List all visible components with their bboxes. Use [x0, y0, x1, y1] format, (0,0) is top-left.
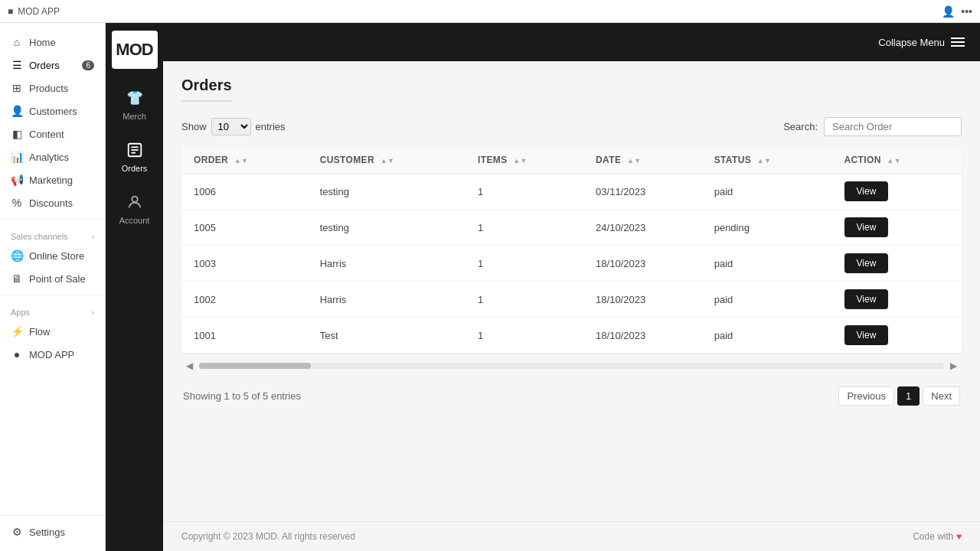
sidebar-item-flow[interactable]: ⚡ Flow	[0, 320, 105, 343]
search-input[interactable]	[824, 117, 962, 136]
sidebar-item-analytics[interactable]: 📊 Analytics	[0, 145, 105, 168]
sales-channels-arrow: ›	[92, 233, 94, 241]
merch-label: Merch	[122, 112, 146, 121]
view-button-1[interactable]: View	[844, 217, 889, 237]
sidebar-label-home: Home	[29, 37, 56, 48]
customers-icon: 👤	[11, 105, 23, 117]
cell-customer-4: Test	[308, 318, 466, 354]
content-area: Collapse Menu Orders Show 10 25 50 100	[163, 23, 980, 551]
sidebar-item-content[interactable]: ◧ Content	[0, 122, 105, 145]
cell-status-0: paid	[702, 174, 832, 210]
cell-action-1: View	[832, 210, 962, 246]
flow-icon: ⚡	[11, 325, 23, 337]
icon-sidebar-account[interactable]: Account	[106, 184, 163, 233]
sidebar-item-settings[interactable]: ⚙ Settings	[0, 520, 105, 543]
view-button-4[interactable]: View	[844, 325, 889, 345]
horizontal-scrollbar: ◀ ▶	[181, 356, 962, 376]
orders-nav-icon	[124, 139, 145, 161]
col-date[interactable]: DATE ▲▼	[583, 147, 702, 174]
sidebar-item-customers[interactable]: 👤 Customers	[0, 99, 105, 122]
mod-logo: MOD	[116, 40, 152, 60]
sidebar-item-point-of-sale[interactable]: 🖥 Point of Sale	[0, 267, 105, 290]
cell-items-3: 1	[466, 282, 583, 318]
sort-action-icon: ▲▼	[887, 157, 901, 165]
sidebar-label-point-of-sale: Point of Sale	[29, 273, 86, 285]
user-icon[interactable]: 👤	[942, 5, 955, 18]
view-button-3[interactable]: View	[844, 289, 889, 309]
col-customer[interactable]: CUSTOMER ▲▼	[308, 147, 466, 174]
collapse-menu-label: Collapse Menu	[878, 37, 945, 48]
sidebar-label-online-store: Online Store	[29, 250, 84, 262]
page-1-button[interactable]: 1	[897, 386, 920, 406]
discounts-icon: %	[11, 197, 23, 209]
sidebar-label-analytics: Analytics	[29, 152, 69, 163]
col-action[interactable]: ACTION ▲▼	[832, 147, 962, 174]
table-row: 1003 Harris 1 18/10/2023 paid View	[181, 246, 962, 282]
cell-order-0: 1006	[181, 174, 308, 210]
heart-icon: ♥	[956, 531, 962, 542]
search-box: Search:	[783, 117, 962, 136]
scroll-right-arrow[interactable]: ▶	[947, 359, 960, 373]
sort-items-icon: ▲▼	[513, 157, 528, 165]
topbar-title: MOD APP	[18, 6, 60, 17]
cell-order-3: 1002	[181, 282, 308, 318]
cell-customer-0: testing	[308, 174, 466, 210]
scroll-thumb	[199, 363, 311, 369]
mod-logo-container: MOD	[112, 31, 158, 69]
next-button[interactable]: Next	[923, 386, 960, 406]
sort-order-icon: ▲▼	[234, 157, 249, 165]
sidebar-label-settings: Settings	[29, 527, 65, 538]
sidebar-item-orders[interactable]: ☰ Orders 6	[0, 54, 105, 77]
sidebar-item-mod-app[interactable]: ● MOD APP	[0, 343, 105, 366]
divider-1	[0, 219, 105, 220]
cell-status-3: paid	[702, 282, 832, 318]
content-icon: ◧	[11, 128, 23, 140]
sidebar-label-flow: Flow	[29, 326, 50, 337]
sort-status-icon: ▲▼	[757, 157, 772, 165]
sidebar-item-marketing[interactable]: 📢 Marketing	[0, 168, 105, 191]
icon-sidebar-orders[interactable]: Orders	[106, 132, 163, 181]
sidebar-label-marketing: Marketing	[29, 174, 73, 186]
orders-table: ORDER ▲▼ CUSTOMER ▲▼ ITEMS ▲▼	[181, 147, 962, 353]
hamburger-icon	[951, 37, 965, 47]
table-row: 1005 testing 1 24/10/2023 pending View	[181, 210, 962, 246]
cell-date-4: 18/10/2023	[583, 318, 702, 354]
cell-items-0: 1	[466, 174, 583, 210]
sidebar-label-customers: Customers	[29, 106, 77, 117]
col-order[interactable]: ORDER ▲▼	[181, 147, 308, 174]
prev-button[interactable]: Previous	[838, 386, 894, 406]
sort-date-icon: ▲▼	[627, 157, 642, 165]
analytics-icon: 📊	[11, 151, 23, 163]
show-entries: Show 10 25 50 100 entries	[181, 118, 286, 135]
sidebar-item-home[interactable]: ⌂ Home	[0, 31, 105, 54]
apps-label: Apps ›	[0, 300, 105, 320]
orders-nav-label: Orders	[122, 164, 148, 173]
cell-date-2: 18/10/2023	[583, 246, 702, 282]
scroll-left-arrow[interactable]: ◀	[183, 359, 196, 373]
cell-date-0: 03/11/2023	[583, 174, 702, 210]
sidebar-item-online-store[interactable]: 🌐 Online Store	[0, 244, 105, 267]
sidebar-item-products[interactable]: ⊞ Products	[0, 77, 105, 99]
apps-arrow: ›	[92, 308, 94, 317]
scroll-track[interactable]	[199, 363, 944, 369]
cell-date-3: 18/10/2023	[583, 282, 702, 318]
cell-action-2: View	[832, 246, 962, 282]
point-of-sale-icon: 🖥	[11, 272, 23, 285]
sidebar-item-discounts[interactable]: % Discounts	[0, 191, 105, 214]
collapse-menu-button[interactable]: Collapse Menu	[878, 37, 965, 48]
view-button-2[interactable]: View	[844, 253, 889, 273]
sidebar-label-products: Products	[29, 83, 68, 94]
cell-items-4: 1	[466, 318, 583, 354]
col-status[interactable]: STATUS ▲▼	[702, 147, 832, 174]
icon-sidebar-merch[interactable]: 👕 Merch	[106, 80, 163, 129]
cell-order-4: 1001	[181, 318, 308, 354]
content-footer: Copyright © 2023 MOD. All rights reserve…	[163, 521, 980, 551]
entries-select[interactable]: 10 25 50 100	[211, 118, 251, 135]
view-button-0[interactable]: View	[844, 181, 889, 201]
cell-status-1: pending	[702, 210, 832, 246]
cell-items-1: 1	[466, 210, 583, 246]
topbar-icons: 👤 •••	[942, 5, 972, 18]
more-icon[interactable]: •••	[961, 5, 972, 18]
col-items[interactable]: ITEMS ▲▼	[466, 147, 583, 174]
table-header-row: ORDER ▲▼ CUSTOMER ▲▼ ITEMS ▲▼	[181, 147, 962, 174]
